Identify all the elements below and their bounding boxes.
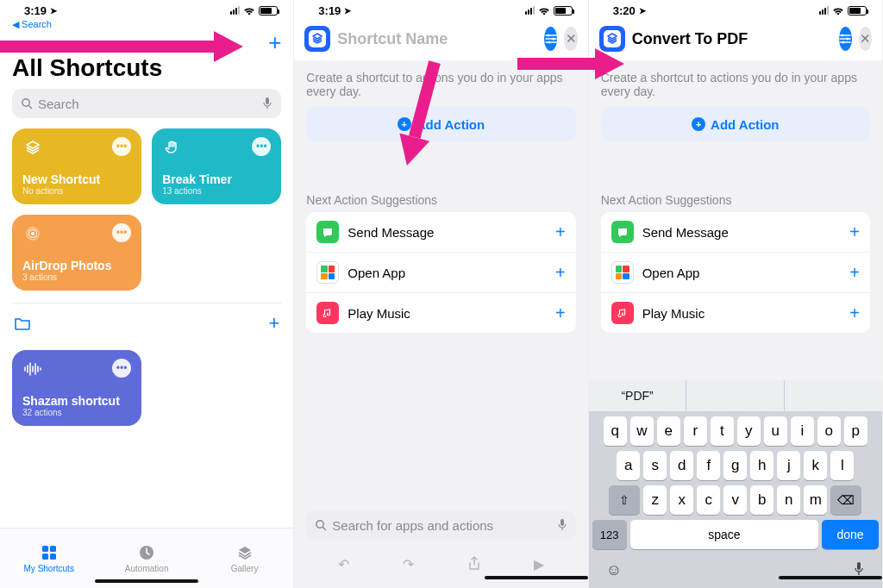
settings-button[interactable] bbox=[544, 27, 557, 51]
settings-button[interactable] bbox=[839, 27, 852, 51]
add-suggestion-button[interactable]: + bbox=[849, 303, 860, 323]
space-key[interactable]: space bbox=[630, 520, 818, 549]
suggestion-send-message[interactable]: Send Message + bbox=[601, 212, 870, 253]
add-suggestion-button[interactable]: + bbox=[849, 222, 860, 242]
location-icon: ➤ bbox=[639, 6, 646, 16]
search-actions-field[interactable]: Search for apps and actions bbox=[306, 510, 575, 540]
key-s[interactable]: s bbox=[643, 451, 667, 480]
tab-gallery[interactable]: Gallery bbox=[196, 529, 293, 588]
tile-menu-button[interactable]: ••• bbox=[252, 137, 271, 156]
waveform-icon bbox=[22, 359, 43, 379]
close-button[interactable]: ✕ bbox=[564, 27, 577, 51]
wifi-icon bbox=[832, 6, 844, 16]
shortcut-tile-airdrop-photos[interactable]: ••• AirDrop Photos 3 actions bbox=[12, 215, 141, 291]
keyboard-suggestion-empty bbox=[785, 380, 882, 411]
shortcut-name-input[interactable] bbox=[337, 30, 537, 48]
key-m[interactable]: m bbox=[804, 485, 827, 515]
wifi-icon bbox=[243, 6, 255, 16]
run-button[interactable]: ▶ bbox=[534, 556, 544, 572]
suggestion-open-app[interactable]: Open App + bbox=[601, 253, 870, 293]
search-field[interactable]: Search bbox=[12, 89, 281, 118]
add-folder-button[interactable]: + bbox=[268, 312, 279, 335]
screen-all-shortcuts: 3:19 ➤ ◀ Search ‹ + All Shortcuts Search bbox=[0, 0, 294, 588]
undo-button[interactable]: ↶ bbox=[338, 556, 349, 572]
key-j[interactable]: j bbox=[777, 451, 800, 480]
key-l[interactable]: l bbox=[830, 451, 854, 480]
emoji-key[interactable]: ☺ bbox=[606, 561, 622, 579]
shortcut-tile-break-timer[interactable]: ••• Break Timer 13 actions bbox=[152, 128, 281, 204]
add-suggestion-button[interactable]: + bbox=[555, 222, 566, 242]
key-u[interactable]: u bbox=[764, 416, 787, 446]
suggestion-label: Send Message bbox=[348, 225, 434, 240]
tile-menu-button[interactable]: ••• bbox=[112, 223, 131, 242]
key-t[interactable]: t bbox=[711, 416, 734, 446]
plus-circle-icon: + bbox=[692, 117, 705, 131]
suggestions-list: Send Message + Open App + Play Music + bbox=[601, 212, 870, 333]
key-z[interactable]: z bbox=[643, 485, 667, 515]
share-button[interactable] bbox=[468, 556, 480, 572]
close-button[interactable]: ✕ bbox=[859, 27, 872, 51]
key-i[interactable]: i bbox=[791, 416, 814, 446]
search-icon bbox=[315, 519, 327, 531]
key-e[interactable]: e bbox=[657, 416, 680, 446]
key-w[interactable]: w bbox=[630, 416, 654, 446]
screen-new-shortcut-named: 3:20 ➤ ✕ Create a shortcut to actions yo… bbox=[589, 0, 883, 588]
status-time: 3:20 bbox=[613, 4, 636, 17]
key-d[interactable]: d bbox=[670, 451, 693, 480]
key-n[interactable]: n bbox=[777, 485, 800, 515]
key-h[interactable]: h bbox=[750, 451, 773, 480]
suggestion-open-app[interactable]: Open App + bbox=[306, 253, 575, 293]
mic-icon[interactable] bbox=[262, 97, 272, 110]
suggestion-label: Play Music bbox=[642, 306, 705, 321]
tab-my-shortcuts[interactable]: My Shortcuts bbox=[0, 529, 97, 588]
add-suggestion-button[interactable]: + bbox=[555, 303, 566, 323]
key-b[interactable]: b bbox=[750, 485, 773, 515]
add-action-button[interactable]: + Add Action bbox=[306, 107, 575, 141]
back-button[interactable]: ‹ bbox=[12, 33, 18, 53]
key-a[interactable]: a bbox=[617, 451, 640, 480]
shortcut-app-icon[interactable] bbox=[304, 26, 330, 52]
key-y[interactable]: y bbox=[737, 416, 761, 446]
key-q[interactable]: q bbox=[604, 416, 627, 446]
screen-new-shortcut-empty: 3:19 ➤ ✕ Create a shortcut to actions yo… bbox=[294, 0, 588, 588]
add-suggestion-button[interactable]: + bbox=[555, 263, 566, 283]
mic-icon[interactable] bbox=[557, 518, 567, 532]
tile-menu-button[interactable]: ••• bbox=[112, 137, 131, 156]
back-to-search[interactable]: ◀ Search bbox=[0, 19, 293, 32]
redo-button[interactable]: ↷ bbox=[403, 556, 414, 572]
suggestion-play-music[interactable]: Play Music + bbox=[306, 293, 575, 333]
keyboard-suggestion[interactable]: “PDF” bbox=[589, 380, 687, 411]
editor-description: Create a shortcut to actions you do in y… bbox=[306, 71, 575, 98]
backspace-key[interactable]: ⌫ bbox=[830, 485, 861, 515]
suggestion-send-message[interactable]: Send Message + bbox=[306, 212, 575, 253]
shift-key[interactable]: ⇧ bbox=[609, 485, 640, 515]
key-g[interactable]: g bbox=[723, 451, 747, 480]
shortcut-app-icon[interactable] bbox=[599, 26, 625, 52]
key-x[interactable]: x bbox=[670, 485, 693, 515]
folder-icon[interactable] bbox=[14, 316, 31, 330]
shortcut-tile-shazam[interactable]: ••• Shazam shortcut 32 actions bbox=[12, 350, 141, 426]
key-c[interactable]: c bbox=[697, 485, 720, 515]
shortcut-tile-new-shortcut[interactable]: ••• New Shortcut No actions bbox=[12, 128, 141, 204]
svg-point-4 bbox=[31, 232, 34, 235]
shortcut-name-input[interactable] bbox=[632, 30, 832, 48]
add-shortcut-button[interactable]: + bbox=[268, 29, 281, 56]
tile-subtitle: 32 actions bbox=[22, 408, 131, 417]
tile-name: Shazam shortcut bbox=[22, 394, 131, 408]
done-key[interactable]: done bbox=[822, 520, 879, 549]
key-p[interactable]: p bbox=[844, 416, 867, 446]
suggestion-play-music[interactable]: Play Music + bbox=[601, 293, 870, 333]
key-v[interactable]: v bbox=[723, 485, 747, 515]
tile-menu-button[interactable]: ••• bbox=[112, 359, 131, 378]
add-suggestion-button[interactable]: + bbox=[849, 263, 860, 283]
keyboard-suggestions: “PDF” bbox=[589, 380, 882, 411]
add-action-button[interactable]: + Add Action bbox=[601, 107, 870, 141]
key-o[interactable]: o bbox=[817, 416, 841, 446]
numbers-key[interactable]: 123 bbox=[592, 520, 627, 549]
key-k[interactable]: k bbox=[804, 451, 827, 480]
tile-subtitle: No actions bbox=[22, 186, 131, 196]
key-f[interactable]: f bbox=[697, 451, 720, 480]
svg-point-22 bbox=[547, 34, 549, 36]
key-r[interactable]: r bbox=[684, 416, 707, 446]
suggestions-heading: Next Action Suggestions bbox=[306, 193, 575, 207]
